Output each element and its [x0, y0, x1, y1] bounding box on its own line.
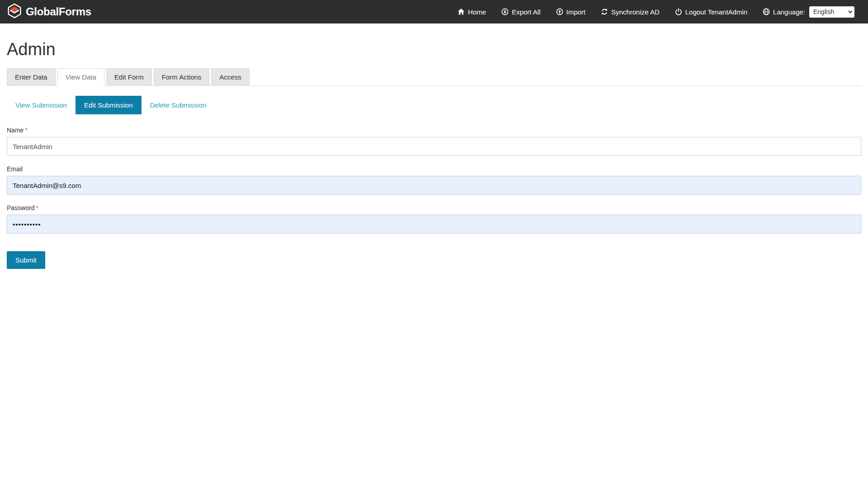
- email-label: Email: [7, 165, 861, 173]
- name-input[interactable]: [7, 137, 861, 156]
- name-field-group: Name*: [7, 127, 861, 156]
- tab-form-actions[interactable]: Form Actions: [154, 68, 210, 86]
- tab-edit-form[interactable]: Edit Form: [106, 68, 152, 86]
- nav-home-label: Home: [468, 8, 486, 16]
- tab-access[interactable]: Access: [211, 68, 249, 86]
- nav-export-all[interactable]: Export All: [501, 8, 540, 16]
- email-field-group: Email: [7, 165, 861, 195]
- nav-synchronize-ad-label: Synchronize AD: [611, 8, 660, 16]
- import-icon: [556, 8, 563, 15]
- edit-submission-button[interactable]: Edit Submission: [75, 96, 142, 114]
- top-navbar: GlobalForms Home Export All: [0, 0, 868, 23]
- password-label: Password*: [7, 204, 861, 211]
- page-title: Admin: [7, 40, 861, 59]
- synchronize-icon: [601, 8, 608, 15]
- brand-logo[interactable]: GlobalForms: [7, 3, 91, 20]
- language-select[interactable]: English: [809, 6, 854, 18]
- password-field-group: Password*: [7, 204, 861, 234]
- required-asterisk: *: [36, 204, 38, 211]
- globalforms-logo-icon: [7, 3, 22, 20]
- password-input[interactable]: [7, 215, 861, 234]
- nav-synchronize-ad[interactable]: Synchronize AD: [601, 8, 660, 16]
- nav-home[interactable]: Home: [458, 8, 486, 16]
- form-tabs: Enter Data View Data Edit Form Form Acti…: [7, 68, 861, 86]
- edit-submission-form: Name* Email Password* Submit: [7, 127, 861, 269]
- home-icon: [458, 8, 465, 15]
- email-input[interactable]: [7, 176, 861, 195]
- required-asterisk: *: [25, 127, 27, 134]
- brand-name: GlobalForms: [26, 5, 91, 18]
- navbar-menu: Home Export All Import: [458, 6, 854, 18]
- tab-view-data[interactable]: View Data: [57, 68, 104, 86]
- language-control: Language: English: [763, 6, 854, 18]
- language-label: Language:: [773, 8, 805, 16]
- delete-submission-link[interactable]: Delete Submission: [142, 96, 215, 114]
- nav-import[interactable]: Import: [556, 8, 586, 16]
- name-label: Name*: [7, 127, 861, 134]
- nav-import-label: Import: [566, 8, 586, 16]
- nav-logout-label: Logout TenantAdmin: [685, 8, 747, 16]
- view-submission-link[interactable]: View Submission: [7, 96, 75, 114]
- submission-actions: View Submission Edit Submission Delete S…: [7, 96, 861, 114]
- main-content: Admin Enter Data View Data Edit Form For…: [0, 40, 868, 269]
- nav-logout[interactable]: Logout TenantAdmin: [675, 8, 747, 16]
- language-label-wrap: Language:: [763, 8, 805, 16]
- submit-button[interactable]: Submit: [7, 251, 45, 269]
- globe-icon: [763, 8, 770, 15]
- export-all-icon: [501, 8, 509, 15]
- nav-export-all-label: Export All: [512, 8, 540, 16]
- tab-enter-data[interactable]: Enter Data: [7, 68, 56, 86]
- power-icon: [675, 8, 682, 15]
